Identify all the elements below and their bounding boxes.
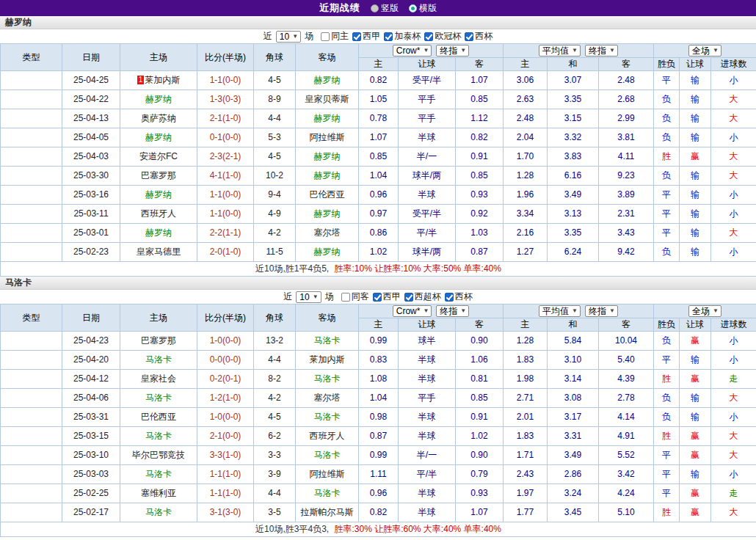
chevron-down-icon: ▼ — [572, 308, 578, 314]
col-header-odds-away: 客 — [456, 318, 504, 332]
cell-avg-home: 1.70 — [504, 147, 548, 167]
col-header-date: 日期 — [62, 304, 120, 332]
checkbox-competition[interactable]: 加泰杯 — [384, 30, 421, 43]
fulltime-select[interactable]: 全场 ▼ — [688, 305, 722, 317]
checkbox-competition[interactable]: 西甲 — [373, 291, 401, 303]
final-odds-select[interactable]: 终指 ▼ — [585, 45, 618, 56]
cell-odds-line: 受平/半 — [399, 205, 456, 224]
cell-score: 3-1(3-0) — [197, 503, 254, 522]
cell-avg-away: 3.89 — [599, 186, 654, 205]
cell-avg-draw: 3.49 — [548, 186, 599, 205]
cell-avg-draw: 3.49 — [548, 446, 599, 465]
cell-corners: 4-4 — [254, 109, 296, 128]
cell-avg-draw: 3.13 — [548, 205, 599, 224]
team-name-text: 塞尔塔 — [314, 227, 341, 238]
cell-odds-line: 半球 — [399, 351, 456, 370]
cell-result: 负 — [654, 332, 680, 351]
cell-result: 平 — [654, 351, 680, 370]
near-label: 近 — [283, 291, 292, 303]
checkbox-competition[interactable]: 西杯 — [445, 291, 473, 303]
cell-away-team: 马洛卡 — [296, 484, 359, 503]
team-name-text: 赫罗纳 — [314, 75, 341, 85]
cell-avg-home: 1.97 — [504, 484, 548, 503]
checkbox-checked-icon — [352, 32, 361, 41]
cell-handicap-result: 输 — [680, 205, 711, 224]
checkbox-competition[interactable]: 欧冠杯 — [424, 30, 461, 43]
summary-record: 近10场,胜3平4负3, — [255, 524, 329, 534]
checkbox-label: 同主 — [331, 30, 349, 43]
fulltime-select-value: 全场 — [692, 45, 710, 57]
cell-corners: 3-5 — [254, 503, 296, 522]
bookmaker-select[interactable]: Crow* ▼ — [393, 305, 432, 317]
avg-group-header: 平均值 ▼ 终指 ▼ — [504, 44, 654, 58]
cell-odds-line: 球半 — [399, 332, 456, 351]
radio-horizontal-label: 横版 — [419, 2, 437, 15]
match-count-select[interactable]: 10 ▼ — [296, 291, 321, 303]
final-odds-select[interactable]: 终指 ▼ — [585, 305, 618, 317]
fulltime-select[interactable]: 全场 ▼ — [688, 45, 722, 56]
cell-odds-line: 半/一 — [399, 446, 456, 465]
cell-avg-away: 9.42 — [599, 243, 654, 262]
final-odds-select[interactable]: 终指 ▼ — [436, 305, 469, 317]
cell-home-team: 巴塞罗那 — [120, 332, 197, 351]
cell-goals-result: 小 — [711, 205, 756, 224]
cell-avg-draw: 3.31 — [548, 427, 599, 446]
cell-corners: 4-5 — [254, 71, 296, 90]
cell-goals-result: 大 — [711, 147, 756, 167]
checkbox-competition[interactable]: 西甲 — [352, 30, 380, 43]
cell-odds-line: 半球 — [399, 128, 456, 147]
layout-radio-horizontal[interactable]: 横版 — [409, 2, 437, 15]
radio-vertical-label: 竖版 — [381, 2, 399, 15]
cell-avg-home: 2.16 — [504, 224, 548, 243]
cell-score: 1-1(0-0) — [197, 205, 254, 224]
cell-avg-away: 5.10 — [599, 503, 654, 522]
col-header-home: 主场 — [120, 44, 197, 71]
cell-goals-result: 走 — [711, 370, 756, 389]
cell-goals-result: 走 — [711, 484, 756, 503]
cell-score: 1-1(1-0) — [197, 484, 254, 503]
cell-avg-home: 2.63 — [504, 90, 548, 109]
cell-odds-home: 1.04 — [359, 167, 399, 186]
cell-home-team: 皇家社会 — [120, 370, 197, 389]
cell-avg-away: 2.31 — [599, 205, 654, 224]
col-header-avg-home: 主 — [504, 318, 548, 332]
cell-odds-home: 1.11 — [359, 465, 399, 484]
average-select[interactable]: 平均值 ▼ — [539, 45, 581, 56]
checkbox-unchecked-icon — [341, 293, 350, 302]
col-header-avg-away: 客 — [599, 318, 654, 332]
checkbox-competition[interactable]: 西杯 — [465, 30, 493, 43]
cell-date: 25-04-05 — [62, 128, 120, 147]
cell-league: 西甲 — [1, 90, 62, 109]
cell-avg-home: 1.98 — [504, 370, 548, 389]
cell-corners: 10-2 — [254, 167, 296, 186]
cell-date: 25-04-13 — [62, 109, 120, 128]
team-name-text: 马洛卡 — [145, 507, 172, 517]
cell-corners: 4-5 — [254, 147, 296, 167]
cell-avg-away: 3.43 — [599, 224, 654, 243]
average-select[interactable]: 平均值 ▼ — [539, 305, 581, 317]
cell-corners: 4-5 — [254, 408, 296, 427]
match-count-select[interactable]: 10 ▼ — [276, 31, 301, 43]
checkbox-same-away[interactable]: 同客 — [341, 291, 369, 303]
checkbox-same-home[interactable]: 同主 — [321, 30, 349, 43]
cell-score: 0-0(0-0) — [197, 351, 254, 370]
col-header-odds-line: 让球 — [399, 58, 456, 71]
cell-odds-line: 平/半 — [399, 465, 456, 484]
cell-odds-home: 1.08 — [359, 370, 399, 389]
cell-date: 25-04-22 — [62, 90, 120, 109]
bookmaker-select[interactable]: Crow* ▼ — [393, 45, 432, 56]
checkbox-competition[interactable]: 西超杯 — [404, 291, 441, 303]
table-row: 西甲25-04-22赫罗纳1-3(0-3)8-9皇家贝蒂斯1.05平手0.852… — [1, 90, 756, 109]
team-name-text: 安道尔FC — [139, 151, 178, 161]
team-name-text: 马洛卡 — [314, 373, 341, 384]
cell-odds-home: 1.02 — [359, 243, 399, 262]
layout-radio-vertical[interactable]: 竖版 — [371, 2, 399, 15]
cell-date: 25-02-23 — [62, 243, 120, 262]
cell-score: 2-1(1-0) — [197, 109, 254, 128]
cell-score: 2-0(1-0) — [197, 243, 254, 262]
cell-avg-draw: 3.83 — [548, 147, 599, 167]
cell-home-team: 马洛卡 — [120, 389, 197, 408]
final-odds-select[interactable]: 终指 ▼ — [436, 45, 469, 56]
cell-home-team: 马洛卡 — [120, 465, 197, 484]
col-header-avg-draw: 和 — [548, 58, 599, 71]
